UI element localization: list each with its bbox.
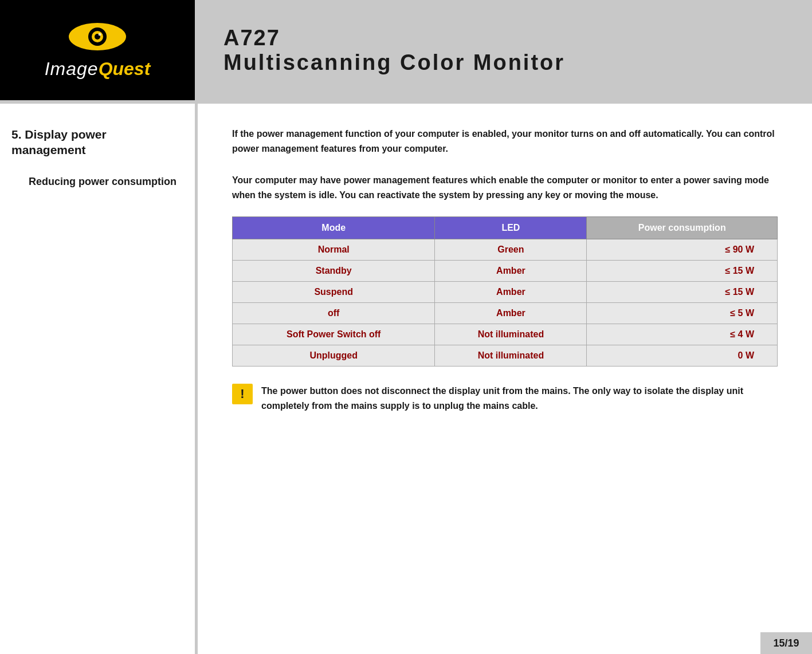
col-power-consumption: Power consumption (587, 217, 778, 239)
cell-mode: Normal (233, 239, 435, 261)
cell-power: ≤ 15 W (587, 261, 778, 282)
title-area: A727 Multiscanning Color Monitor (195, 0, 812, 100)
cell-mode: Soft Power Switch off (233, 324, 435, 345)
warning-icon: ! (232, 384, 253, 404)
table-row: UnpluggedNot illuminated0 W (233, 345, 778, 367)
table-header: Mode LED Power consumption (233, 217, 778, 239)
cell-led: Not illuminated (435, 324, 587, 345)
table-body: NormalGreen≤ 90 WStandbyAmber≤ 15 WSuspe… (233, 239, 778, 367)
intro-paragraph: If the power management function of your… (232, 127, 778, 156)
table-row: NormalGreen≤ 90 W (233, 239, 778, 261)
logo-inner: ImageQuest (45, 21, 151, 80)
table-row: StandbyAmber≤ 15 W (233, 261, 778, 282)
content-area: If the power management function of your… (198, 104, 812, 654)
table-row: SuspendAmber≤ 15 W (233, 282, 778, 303)
logo-quest-part: Quest (99, 58, 151, 80)
cell-led: Amber (435, 261, 587, 282)
cell-led: Green (435, 239, 587, 261)
cell-power: 0 W (587, 345, 778, 367)
footer: 15/19 (760, 632, 812, 654)
col-mode: Mode (233, 217, 435, 239)
power-table: Mode LED Power consumption NormalGreen≤ … (232, 216, 778, 367)
cell-power: ≤ 5 W (587, 303, 778, 324)
header: ImageQuest A727 Multiscanning Color Moni… (0, 0, 812, 100)
logo-image-part: Image (45, 58, 99, 80)
cell-mode: Suspend (233, 282, 435, 303)
logo-icon (66, 21, 129, 57)
page-number: 15/19 (773, 637, 799, 649)
cell-mode: off (233, 303, 435, 324)
cell-led: Not illuminated (435, 345, 587, 367)
cell-mode: Standby (233, 261, 435, 282)
main-layout: 5. Display power management Reducing pow… (0, 104, 812, 654)
warning-text: The power button does not disconnect the… (261, 384, 778, 413)
cell-power: ≤ 4 W (587, 324, 778, 345)
table-row: Soft Power Switch offNot illuminated≤ 4 … (233, 324, 778, 345)
logo-text: ImageQuest (45, 58, 151, 80)
svg-point-4 (99, 33, 101, 36)
title-model: A727 (223, 26, 812, 50)
col-led: LED (435, 217, 587, 239)
sidebar: 5. Display power management Reducing pow… (0, 104, 195, 654)
table-row: offAmber≤ 5 W (233, 303, 778, 324)
cell-power: ≤ 90 W (587, 239, 778, 261)
second-paragraph: Your computer may have power management … (232, 173, 778, 202)
cell-power: ≤ 15 W (587, 282, 778, 303)
table-header-row: Mode LED Power consumption (233, 217, 778, 239)
cell-led: Amber (435, 282, 587, 303)
sidebar-section-title: 5. Display power management (11, 127, 183, 158)
title-subtitle: Multiscanning Color Monitor (223, 50, 812, 75)
sidebar-subsection-title: Reducing power consumption (11, 175, 183, 188)
warning-box: ! The power button does not disconnect t… (232, 384, 778, 413)
cell-mode: Unplugged (233, 345, 435, 367)
cell-led: Amber (435, 303, 587, 324)
logo-area: ImageQuest (0, 0, 195, 100)
